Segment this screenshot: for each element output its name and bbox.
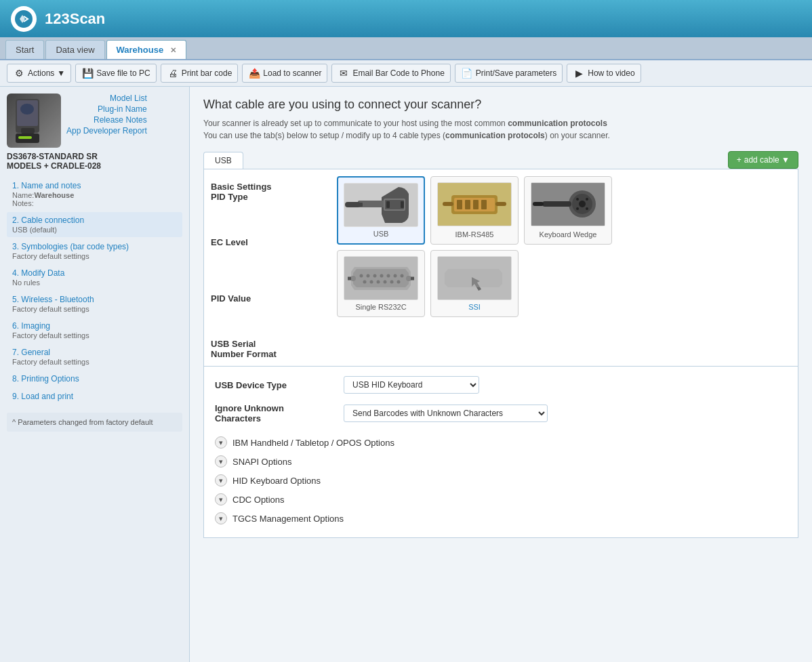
app-developer-report-link[interactable]: App Developer Report (66, 126, 147, 136)
svg-point-44 (406, 276, 411, 281)
keyboard-wedge-cable-image (531, 182, 605, 226)
tab-start[interactable]: Start (5, 40, 44, 59)
ssi-label: SSI (468, 303, 481, 311)
collapse-icon: ▾ (215, 474, 227, 487)
dropdown-arrow-icon: ▼ (57, 68, 65, 78)
snapi-options-toggle[interactable]: ▾ SNAPI Options (215, 452, 787, 471)
nav-item-9[interactable]: 9. Load and print (7, 388, 182, 405)
upload-icon: 📤 (248, 67, 260, 79)
cable-option-usb[interactable]: USB (337, 176, 425, 245)
plugin-name-link[interactable]: Plug-in Name (98, 104, 147, 114)
print-save-button[interactable]: 📄 Print/Save parameters (455, 64, 563, 83)
add-cable-button[interactable]: + add cable ▼ (728, 151, 798, 169)
ignore-chars-label: Ignore UnknownCharacters (215, 403, 337, 423)
svg-rect-18 (465, 200, 470, 209)
gear-icon: ⚙ (13, 67, 25, 79)
collapsible-section: ▾ IBM Handheld / Tabletop / OPOS Options… (215, 433, 787, 528)
collapse-icon: ▾ (215, 436, 227, 449)
label-basic-settings: Basic SettingsPID Type (211, 182, 326, 202)
usb-label: USB (373, 230, 389, 238)
usb-device-type-label: USB Device Type (215, 380, 337, 390)
email-barcode-button[interactable]: ✉ Email Bar Code to Phone (331, 64, 450, 83)
print-barcode-button[interactable]: 🖨 Print bar code (161, 64, 239, 83)
usb-device-type-select[interactable]: USB HID Keyboard USB CDC Serial USB HID … (344, 376, 479, 394)
cable-options-grid: USB (337, 176, 612, 317)
tab-warehouse[interactable]: Warehouse ✕ (106, 40, 186, 59)
cable-selection-panel: Basic SettingsPID Type EC Level PID Valu… (203, 169, 798, 367)
svg-point-27 (576, 207, 579, 210)
scanner-model-name: DS3678-STANDARD SRMODELS + CRADLE-028 (7, 152, 182, 171)
usb-device-type-row: USB Device Type USB HID Keyboard USB CDC… (215, 376, 787, 394)
content-area: What cable are you using to connect your… (190, 87, 812, 662)
model-list-link[interactable]: Model List (110, 94, 147, 103)
print-icon: 🖨 (167, 67, 179, 79)
how-to-button[interactable]: ▶ How to video (567, 64, 641, 83)
nav-item-4[interactable]: 4. Modify Data No rules (7, 265, 182, 290)
hid-options-toggle[interactable]: ▾ HID Keyboard Options (215, 471, 787, 490)
keyboard-wedge-label: Keyboard Wedge (540, 230, 597, 239)
nav-item-1[interactable]: 1. Name and notes Name:WarehouseNotes: (7, 178, 182, 211)
nav-item-5[interactable]: 5. Wireless - Bluetooth Factory default … (7, 291, 182, 316)
cable-option-keyboard-wedge[interactable]: Keyboard Wedge (524, 176, 612, 245)
rs232-label: Single RS232C (355, 303, 406, 311)
email-icon: ✉ (338, 67, 350, 79)
scanner-links: Model List Plug-in Name Release Notes Ap… (66, 94, 147, 136)
svg-point-33 (380, 274, 384, 278)
svg-rect-20 (481, 200, 487, 209)
ibm-options-toggle[interactable]: ▾ IBM Handheld / Tabletop / OPOS Options (215, 433, 787, 452)
tabs-bar: Start Data view Warehouse ✕ (0, 37, 812, 60)
app-logo (11, 6, 37, 32)
svg-point-34 (387, 274, 390, 278)
actions-button[interactable]: ⚙ Actions ▼ (7, 64, 71, 83)
nav-item-8[interactable]: 8. Printing Options (7, 371, 182, 387)
label-ec-level: EC Level (211, 237, 326, 247)
nav-item-2[interactable]: 2. Cable connection USB (default) (7, 212, 182, 237)
release-notes-link[interactable]: Release Notes (94, 115, 147, 125)
nav-item-6[interactable]: 6. Imaging Factory default settings (7, 318, 182, 343)
nav-item-3[interactable]: 3. Symbologies (bar code types) Factory … (7, 239, 182, 264)
scanner-image-area: Model List Plug-in Name Release Notes Ap… (7, 94, 182, 148)
ignore-chars-select[interactable]: Send Barcodes with Unknown Characters Do… (344, 405, 548, 422)
svg-point-32 (373, 274, 377, 278)
svg-point-39 (377, 281, 380, 284)
svg-point-25 (576, 198, 579, 201)
save-file-button[interactable]: 💾 Save file to PC (75, 64, 156, 83)
svg-point-31 (367, 274, 370, 278)
label-usb-serial: USB SerialNumber Format (211, 339, 326, 359)
document-icon: 📄 (461, 67, 473, 79)
svg-point-36 (401, 274, 404, 278)
tab-dataview[interactable]: Data view (45, 40, 104, 59)
svg-rect-13 (401, 201, 404, 208)
svg-point-43 (350, 276, 356, 281)
svg-point-26 (586, 198, 588, 201)
svg-point-6 (20, 104, 34, 115)
nav-item-7[interactable]: 7. General Factory default settings (7, 344, 182, 369)
tab-close-icon[interactable]: ✕ (170, 46, 176, 54)
ibm-label: IBM-RS485 (455, 230, 494, 239)
cable-tabs: USB (203, 152, 243, 169)
cdc-options-toggle[interactable]: ▾ CDC Options (215, 490, 787, 509)
toolbar: ⚙ Actions ▼ 💾 Save file to PC 🖨 Print ba… (0, 60, 812, 87)
tgcs-options-toggle[interactable]: ▾ TGCS Management Options (215, 509, 787, 528)
sidebar: Model List Plug-in Name Release Notes Ap… (0, 87, 190, 662)
main-layout: Model List Plug-in Name Release Notes Ap… (0, 87, 812, 662)
cable-tab-usb[interactable]: USB (203, 152, 243, 169)
svg-rect-17 (457, 200, 462, 209)
cable-option-rs232[interactable]: Single RS232C (337, 250, 425, 317)
load-scanner-button[interactable]: 📤 Load to scanner (242, 64, 327, 83)
settings-panel: USB Device Type USB HID Keyboard USB CDC… (203, 367, 798, 538)
scanner-image (7, 94, 61, 148)
label-pid-value: PID Value (211, 293, 326, 304)
cable-option-ibm[interactable]: IBM-RS485 (430, 176, 519, 245)
content-description: Your scanner is already set up to commun… (203, 117, 798, 142)
cable-option-ssi[interactable]: SSI (430, 250, 519, 317)
save-icon: 💾 (81, 67, 94, 79)
settings-labels: Basic SettingsPID Type EC Level PID Valu… (211, 176, 326, 359)
svg-point-35 (394, 274, 397, 278)
svg-point-42 (397, 281, 401, 284)
usb-cable-image (344, 183, 418, 227)
ssi-cable-image (437, 256, 512, 300)
svg-point-41 (390, 281, 394, 284)
svg-point-30 (360, 274, 363, 278)
svg-rect-19 (473, 200, 479, 209)
